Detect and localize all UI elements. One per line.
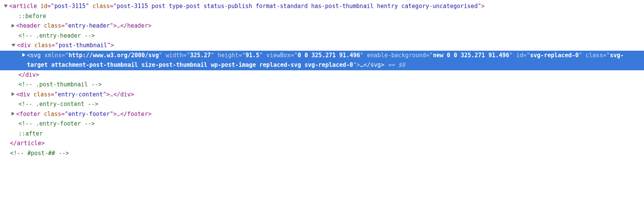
pseudo-after[interactable]: ::after: [0, 129, 644, 139]
expand-arrow-right-icon[interactable]: [12, 112, 15, 116]
thumb-div-close[interactable]: </div>: [0, 70, 644, 80]
header-comment: <!-- .entry-header -->: [0, 31, 644, 41]
svg-element-selected[interactable]: <svg xmlns="http://www.w3.org/2000/svg" …: [0, 51, 644, 70]
footer-element[interactable]: <footer class="entry-footer">…</footer>: [0, 109, 644, 119]
pseudo-before[interactable]: ::before: [0, 12, 644, 22]
thumb-comment: <!-- .post-thumbnail -->: [0, 80, 644, 90]
content-comment: <!-- .entry-content -->: [0, 99, 644, 109]
footer-comment: <!-- .entry-footer -->: [0, 119, 644, 129]
entry-content-div[interactable]: <div class="entry-content">…</div>: [0, 90, 644, 100]
post-thumbnail-div[interactable]: <div class="post-thumbnail">: [0, 41, 644, 51]
post-comment: <!-- #post-## -->: [0, 149, 644, 159]
article-close-tag[interactable]: </article>: [0, 139, 644, 149]
header-element[interactable]: <header class="entry-header">…</header>: [0, 21, 644, 31]
expand-arrow-down-icon[interactable]: [12, 44, 15, 47]
expand-arrow-right-icon[interactable]: [22, 53, 25, 57]
expand-arrow-right-icon[interactable]: [12, 92, 15, 96]
expand-arrow-down-icon[interactable]: [4, 5, 8, 8]
article-open-tag[interactable]: <article id="post-3115" class="post-3115…: [0, 2, 644, 12]
dom-tree[interactable]: <article id="post-3115" class="post-3115…: [0, 0, 644, 160]
expand-arrow-right-icon[interactable]: [12, 24, 15, 28]
